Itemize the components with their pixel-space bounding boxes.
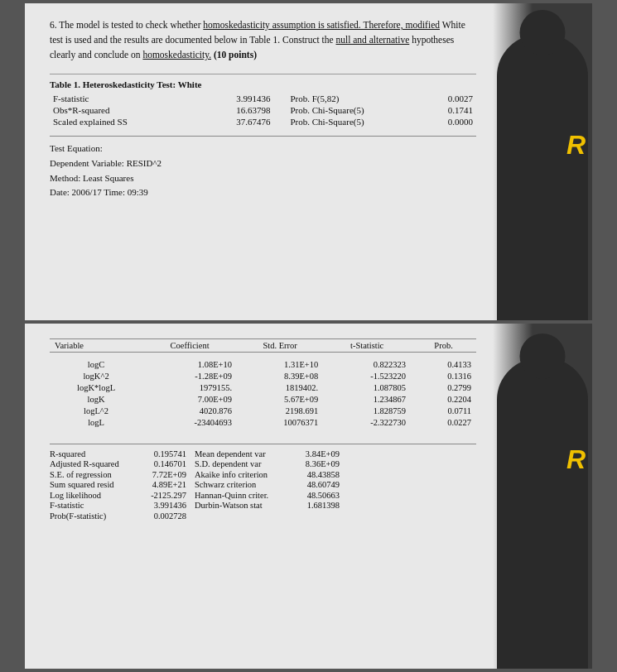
p-logL2: 0.0711 xyxy=(411,406,476,417)
homoskedasticity-term: homoskedasticity assumption is satisfied… xyxy=(203,20,440,30)
p-logC: 0.4133 xyxy=(411,359,476,371)
se-logKlogL: 1819402. xyxy=(237,382,323,394)
prob-value-2: 0.1741 xyxy=(412,104,476,116)
label-sd-dep: S.D. dependent var xyxy=(195,459,294,468)
bottom-content: Variable Coefficient Std. Error t-Statis… xyxy=(50,338,476,521)
question-body: The model is tested to check whether hom… xyxy=(50,20,465,60)
se-logL: 10076371 xyxy=(237,417,323,429)
col-header-coefficient: Coefficient xyxy=(142,339,237,353)
prob-label-2: Prob. Chi-Square(5) xyxy=(273,104,412,116)
homoskedasticity-term2: homoskedasticity. xyxy=(142,50,211,60)
badge-top: R xyxy=(566,130,586,161)
table-header-row: Variable Coefficient Std. Error t-Statis… xyxy=(50,339,476,353)
table-row: logK*logL 1979155. 1819402. 1.087805 0.2… xyxy=(50,382,476,394)
label-schwarz: Schwarz criterion xyxy=(195,480,294,489)
label-f-statistic: F-statistic xyxy=(50,501,141,510)
bottom-panel: Variable Coefficient Std. Error t-Statis… xyxy=(25,324,592,669)
stat-sum-sq-resid: Sum squared resid 4.89E+21 xyxy=(50,480,186,489)
stat-hannan: Hannan-Quinn criter. 48.50663 xyxy=(195,491,340,500)
stat-value-3: 37.67476 xyxy=(199,116,273,127)
value-hannan: 48.50663 xyxy=(294,491,340,500)
label-sum-sq-resid: Sum squared resid xyxy=(50,480,141,489)
var-logK2: logK^2 xyxy=(50,371,142,382)
se-logK: 5.67E+09 xyxy=(237,394,323,406)
screen-container: 6. The model is tested to check whether … xyxy=(0,0,617,672)
var-logL2: logL^2 xyxy=(50,406,142,417)
label-adj-r-squared: Adjusted R-squared xyxy=(50,459,141,468)
t-logK2: -1.523220 xyxy=(323,371,411,382)
t-logL: -2.322730 xyxy=(323,417,411,429)
value-sum-sq-resid: 4.89E+21 xyxy=(141,480,186,489)
value-prob-f: 0.002728 xyxy=(141,511,186,521)
top-content: 6. The model is tested to check whether … xyxy=(50,18,476,200)
stat-prob-f: Prob(F-statistic) 0.002728 xyxy=(50,511,186,521)
value-schwarz: 48.60749 xyxy=(294,480,340,489)
table-row: Scaled explained SS 37.67476 Prob. Chi-S… xyxy=(50,116,476,127)
table-row: logK 7.00E+09 5.67E+09 1.234867 0.2204 xyxy=(50,394,476,406)
col-header-prob: Prob. xyxy=(411,339,476,353)
stat-value-2: 16.63798 xyxy=(199,104,273,116)
label-durbin: Durbin-Watson stat xyxy=(195,501,294,510)
label-se-reg: S.E. of regression xyxy=(50,470,141,479)
badge-bottom: R xyxy=(566,444,586,475)
stat-label-1: F-statistic xyxy=(50,93,199,104)
bottom-stats-right: Mean dependent var 3.84E+09 S.D. depende… xyxy=(195,449,340,522)
value-adj-r-squared: 0.146701 xyxy=(141,459,186,468)
stat-log-likelihood: Log likelihood -2125.297 xyxy=(50,491,186,500)
value-sd-dep: 8.36E+09 xyxy=(294,459,340,468)
stat-durbin: Durbin-Watson stat 1.681398 xyxy=(195,501,340,510)
divider xyxy=(50,136,476,137)
p-logL: 0.0227 xyxy=(411,417,476,429)
t-logK: 1.234867 xyxy=(323,394,411,406)
label-akaike: Akaike info criterion xyxy=(195,470,294,479)
table-row: logK^2 -1.28E+09 8.39E+08 -1.523220 0.13… xyxy=(50,371,476,382)
stat-akaike: Akaike info criterion 48.43858 xyxy=(195,470,340,479)
test-equation: Test Equation: Dependent Variable: RESID… xyxy=(50,142,476,199)
label-hannan: Hannan-Quinn criter. xyxy=(195,491,294,500)
question-number: 6. xyxy=(50,20,57,30)
stat-sd-dep: S.D. dependent var 8.36E+09 xyxy=(195,459,340,468)
col-header-tstat: t-Statistic xyxy=(323,339,411,353)
value-log-likelihood: -2125.297 xyxy=(141,491,186,500)
coef-logKlogL: 1979155. xyxy=(142,382,237,394)
se-logL2: 2198.691 xyxy=(237,406,323,417)
var-logC: logC xyxy=(50,359,142,371)
regression-table: Variable Coefficient Std. Error t-Statis… xyxy=(50,338,476,435)
person-area-top: R xyxy=(493,3,592,320)
eq-line4: Date: 2006/17 Time: 09:39 xyxy=(50,185,476,200)
coef-logK: 7.00E+09 xyxy=(142,394,237,406)
coef-logC: 1.08E+10 xyxy=(142,359,237,371)
null-alt-term: null and alternative xyxy=(336,35,410,45)
points-label: (10 points) xyxy=(214,50,257,60)
stat-mean-dep: Mean dependent var 3.84E+09 xyxy=(195,449,340,458)
person-silhouette-bottom xyxy=(497,358,588,669)
eq-line3: Method: Least Squares xyxy=(50,171,476,186)
value-se-reg: 7.72E+09 xyxy=(141,470,186,479)
prob-label-3: Prob. Chi-Square(5) xyxy=(273,116,412,127)
label-mean-dep: Mean dependent var xyxy=(195,449,294,458)
stat-se-reg: S.E. of regression 7.72E+09 xyxy=(50,470,186,479)
spacer-row xyxy=(50,429,476,435)
person-silhouette-top xyxy=(497,35,588,320)
se-logC: 1.31E+10 xyxy=(237,359,323,371)
value-r-squared: 0.195741 xyxy=(141,449,186,458)
stat-r-squared: R-squared 0.195741 xyxy=(50,449,186,458)
var-logL: logL xyxy=(50,417,142,429)
col-header-variable: Variable xyxy=(50,339,142,353)
col-header-stderr: Std. Error xyxy=(237,339,323,353)
coef-logL2: 4020.876 xyxy=(142,406,237,417)
table-row: logL -23404693 10076371 -2.322730 0.0227 xyxy=(50,417,476,429)
t-logC: 0.822323 xyxy=(323,359,411,371)
stat-value-1: 3.991436 xyxy=(199,93,273,104)
table-row: F-statistic 3.991436 Prob. F(5,82) 0.002… xyxy=(50,93,476,104)
table-row xyxy=(50,353,476,359)
var-logK: logK xyxy=(50,394,142,406)
eq-line2: Dependent Variable: RESID^2 xyxy=(50,156,476,171)
prob-value-3: 0.0000 xyxy=(412,116,476,127)
t-logKlogL: 1.087805 xyxy=(323,382,411,394)
se-logK2: 8.39E+08 xyxy=(237,371,323,382)
value-mean-dep: 3.84E+09 xyxy=(294,449,340,458)
value-f-statistic: 3.991436 xyxy=(141,501,186,510)
top-panel: 6. The model is tested to check whether … xyxy=(25,3,592,320)
coef-logK2: -1.28E+09 xyxy=(142,371,237,382)
